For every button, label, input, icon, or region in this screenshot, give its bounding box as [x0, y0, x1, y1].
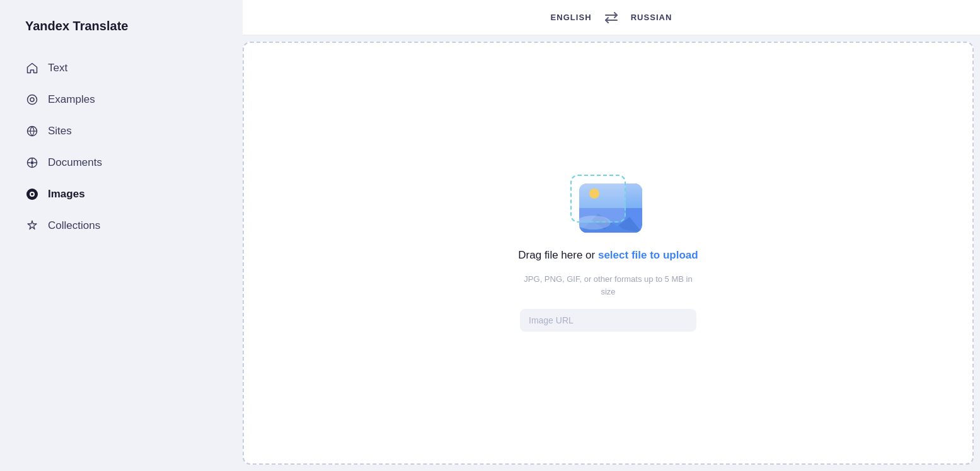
drag-text-before: Drag file here or [518, 249, 598, 261]
home-icon [25, 61, 39, 75]
sidebar-item-documents[interactable]: Documents [0, 147, 243, 178]
image-url-input[interactable] [520, 309, 696, 332]
upload-illustration [570, 175, 646, 238]
drag-instruction: Drag file here or select file to upload [518, 249, 698, 262]
svg-point-1 [30, 98, 34, 102]
sidebar-item-images-label: Images [48, 188, 85, 201]
svg-point-5 [31, 161, 34, 165]
formats-info: JPG, PNG, GIF, or other formats up to 5 … [520, 273, 696, 298]
collections-icon [25, 219, 39, 233]
sidebar-item-images[interactable]: Images [0, 178, 243, 210]
examples-icon [25, 93, 39, 107]
sidebar-item-collections[interactable]: Collections [0, 210, 243, 241]
sidebar-item-documents-label: Documents [48, 156, 102, 169]
images-icon [25, 187, 39, 201]
image-url-container [520, 309, 696, 332]
image-dropzone[interactable]: Drag file here or select file to upload … [243, 42, 974, 465]
sidebar-item-examples-label: Examples [48, 93, 95, 106]
sidebar-item-collections-label: Collections [48, 219, 100, 232]
documents-icon [25, 156, 39, 170]
sidebar-item-text[interactable]: Text [0, 52, 243, 84]
sidebar-item-sites[interactable]: Sites [0, 115, 243, 147]
sidebar-item-examples[interactable]: Examples [0, 84, 243, 115]
sidebar-item-sites-label: Sites [48, 125, 72, 137]
swap-languages-button[interactable] [604, 12, 618, 23]
sidebar-item-text-label: Text [48, 62, 67, 74]
svg-point-0 [28, 95, 37, 105]
app-title: Yandex Translate [0, 13, 243, 52]
language-bar: ENGLISH RUSSIAN [243, 0, 980, 35]
select-file-link[interactable]: select file to upload [598, 249, 698, 261]
sites-icon [25, 124, 39, 138]
svg-point-12 [31, 193, 33, 195]
target-language[interactable]: RUSSIAN [631, 13, 672, 22]
main-content: ENGLISH RUSSIAN [243, 0, 980, 471]
sidebar: Yandex Translate Text Examples [0, 0, 243, 471]
source-language[interactable]: ENGLISH [551, 13, 592, 22]
